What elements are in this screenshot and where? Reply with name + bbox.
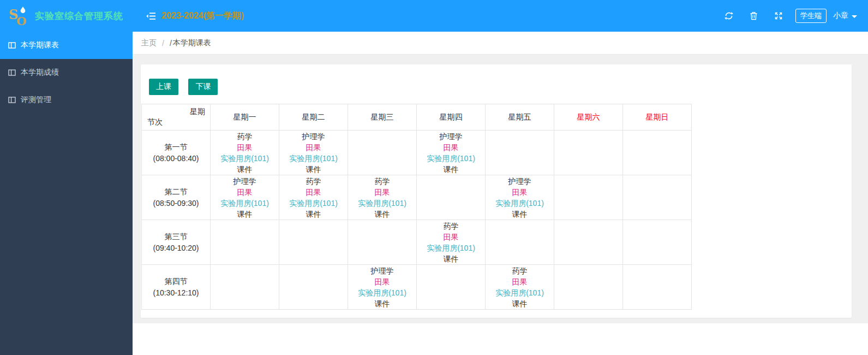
columns-icon [8, 42, 16, 49]
empty-cell [211, 220, 279, 265]
course-name: 药学 [486, 265, 554, 276]
teacher-name: 田果 [279, 142, 348, 153]
trash-icon[interactable] [750, 11, 758, 20]
course-name: 药学 [348, 176, 416, 187]
sidebar-item[interactable]: 本学期成绩 [0, 59, 133, 86]
timetable-row: 第一节(08:00-08:40)药学田果实验用房(101)课件护理学田果实验用房… [142, 131, 692, 175]
period-name: 第四节 [142, 276, 210, 287]
corner-period-label: 节次 [147, 117, 163, 127]
room-link[interactable]: 实验用房(101) [417, 242, 485, 253]
app-title: 实验室综合管理系统 [35, 10, 123, 22]
courseware-link[interactable]: 课件 [486, 298, 554, 309]
course-name: 护理学 [417, 131, 485, 142]
empty-cell [623, 265, 692, 310]
period-time: (08:50-09:30) [142, 198, 210, 209]
empty-cell [211, 265, 279, 310]
room-link[interactable]: 实验用房(101) [486, 287, 554, 298]
app-logo-icon: S O [8, 5, 31, 27]
room-link[interactable]: 实验用房(101) [348, 198, 416, 209]
course-cell: 药学田果实验用房(101)课件 [279, 175, 348, 220]
course-cell: 护理学田果实验用房(101)课件 [348, 265, 417, 310]
day-header: 星期二 [279, 104, 348, 131]
day-header: 星期五 [486, 104, 554, 131]
courseware-link[interactable]: 课件 [417, 253, 485, 264]
main-area: 主页 / / 本学期课表 上课 下课 星期 节次 星期一星期二星期三星期四星期五… [133, 32, 868, 355]
menu-fold-icon[interactable] [146, 12, 156, 20]
room-link[interactable]: 实验用房(101) [417, 153, 485, 164]
user-menu[interactable]: 小章 [833, 11, 857, 21]
timetable-row: 第四节(10:30-12:10)护理学田果实验用房(101)课件药学田果实验用房… [142, 265, 692, 310]
end-class-button[interactable]: 下课 [188, 79, 218, 95]
room-link[interactable]: 实验用房(101) [211, 198, 279, 209]
chevron-down-icon [852, 15, 857, 18]
room-link[interactable]: 实验用房(101) [279, 153, 348, 164]
timetable-row: 第二节(08:50-09:30)护理学田果实验用房(101)课件药学田果实验用房… [142, 175, 692, 220]
breadcrumb-home[interactable]: 主页 [141, 38, 157, 48]
teacher-name: 田果 [211, 187, 279, 198]
courseware-link[interactable]: 课件 [348, 298, 416, 309]
period-time: (10:30-12:10) [142, 287, 210, 299]
room-link[interactable]: 实验用房(101) [486, 198, 554, 209]
teacher-name: 田果 [348, 187, 416, 198]
day-header: 星期六 [554, 104, 623, 131]
toolbar: 上课 下课 [149, 79, 852, 95]
teacher-name: 田果 [486, 187, 554, 198]
sidebar-item-label: 评测管理 [21, 95, 51, 105]
period-name: 第二节 [142, 186, 210, 198]
empty-cell [417, 265, 486, 310]
sidebar-item[interactable]: 本学期课表 [0, 32, 133, 59]
course-name: 药学 [417, 221, 485, 232]
course-name: 护理学 [211, 176, 279, 187]
username: 小章 [833, 11, 848, 21]
breadcrumb-separator: / [162, 39, 164, 48]
fullscreen-icon[interactable] [774, 11, 783, 20]
page-body: 上课 下课 星期 节次 星期一星期二星期三星期四星期五星期六星期日 第一节(08… [133, 55, 868, 323]
sidebar-menu: 本学期课表本学期成绩评测管理 [0, 32, 133, 355]
courseware-link[interactable]: 课件 [279, 164, 348, 175]
columns-icon [8, 69, 16, 76]
room-link[interactable]: 实验用房(101) [348, 287, 416, 298]
course-name: 药学 [211, 131, 279, 142]
breadcrumb-separator: / [170, 39, 172, 48]
period-name: 第一节 [142, 141, 210, 153]
empty-cell [554, 131, 623, 175]
period-name: 第三节 [142, 231, 210, 242]
sidebar-item-label: 本学期课表 [21, 40, 59, 50]
courseware-link[interactable]: 课件 [486, 209, 554, 220]
empty-cell [623, 131, 692, 175]
period-cell: 第二节(08:50-09:30) [142, 175, 211, 220]
empty-cell [486, 131, 554, 175]
columns-icon [8, 96, 16, 104]
room-link[interactable]: 实验用房(101) [211, 153, 279, 164]
room-link[interactable]: 实验用房(101) [279, 198, 348, 209]
bottom-filler [133, 323, 868, 355]
period-cell: 第三节(09:40-10:20) [142, 220, 211, 265]
period-cell: 第一节(08:00-08:40) [142, 131, 211, 175]
courseware-link[interactable]: 课件 [211, 164, 279, 175]
courseware-link[interactable]: 课件 [417, 164, 485, 175]
courseware-link[interactable]: 课件 [348, 209, 416, 220]
begin-class-button[interactable]: 上课 [149, 79, 178, 95]
refresh-icon[interactable] [725, 11, 733, 20]
day-header: 星期四 [417, 104, 486, 131]
period-time: (08:00-08:40) [142, 153, 210, 164]
course-cell: 药学田果实验用房(101)课件 [486, 265, 554, 310]
breadcrumb-current: 本学期课表 [173, 38, 211, 48]
timetable-card: 上课 下课 星期 节次 星期一星期二星期三星期四星期五星期六星期日 第一节(08… [141, 64, 852, 318]
teacher-name: 田果 [417, 232, 485, 242]
courseware-link[interactable]: 课件 [279, 209, 348, 220]
course-cell: 药学田果实验用房(101)课件 [348, 175, 417, 220]
course-cell: 药学田果实验用房(101)课件 [417, 220, 486, 265]
sidebar-item[interactable]: 评测管理 [0, 86, 133, 114]
courseware-link[interactable]: 课件 [211, 209, 279, 220]
student-portal-badge[interactable]: 学生端 [795, 9, 827, 23]
course-cell: 护理学田果实验用房(101)课件 [486, 175, 554, 220]
empty-cell [417, 175, 486, 220]
empty-cell [279, 265, 348, 310]
timetable-body: 第一节(08:00-08:40)药学田果实验用房(101)课件护理学田果实验用房… [142, 131, 692, 310]
empty-cell [623, 175, 692, 220]
sidebar-item-label: 本学期成绩 [21, 68, 59, 78]
teacher-name: 田果 [348, 276, 416, 287]
topbar: S O 实验室综合管理系统 2023-2024(第一学期) [0, 0, 868, 32]
day-header: 星期三 [348, 104, 417, 131]
